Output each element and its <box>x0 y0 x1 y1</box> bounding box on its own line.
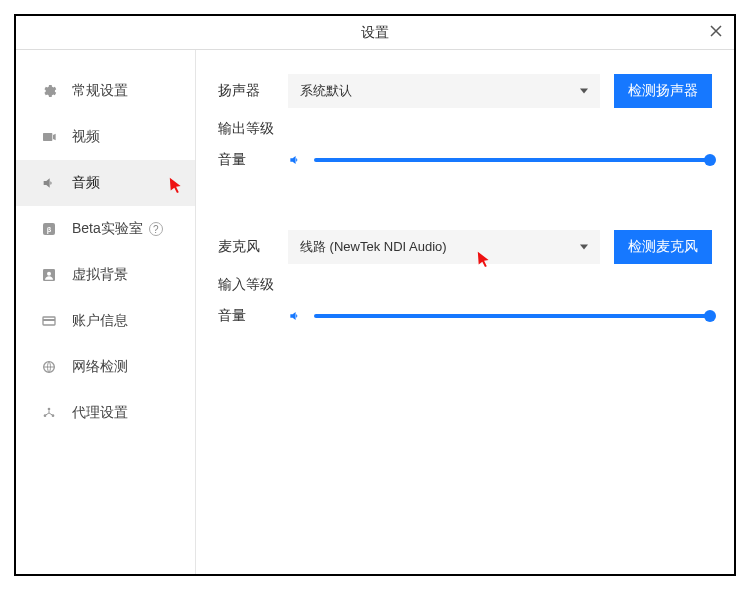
sidebar: 常规设置 视频 音频 β <box>16 50 196 574</box>
slider-thumb[interactable] <box>704 310 716 322</box>
camera-icon <box>40 128 58 146</box>
sidebar-item-beta[interactable]: β Beta实验室 ? <box>16 206 195 252</box>
card-icon <box>40 312 58 330</box>
close-icon <box>710 24 722 40</box>
svg-text:β: β <box>47 225 52 234</box>
speaker-volume-slider[interactable] <box>314 150 710 170</box>
mic-volume-label: 音量 <box>218 307 288 325</box>
sidebar-item-label: 音频 <box>72 174 100 192</box>
mic-select-value: 线路 (NewTek NDI Audio) <box>300 238 447 256</box>
sidebar-item-virtual-background[interactable]: 虚拟背景 <box>16 252 195 298</box>
sidebar-item-label: 账户信息 <box>72 312 128 330</box>
sidebar-item-network[interactable]: 网络检测 <box>16 344 195 390</box>
sidebar-item-proxy[interactable]: 代理设置 <box>16 390 195 436</box>
test-speaker-button[interactable]: 检测扬声器 <box>614 74 712 108</box>
svg-rect-5 <box>43 319 55 321</box>
sidebar-item-general[interactable]: 常规设置 <box>16 68 195 114</box>
slider-track <box>314 314 710 318</box>
speaker-volume-label: 音量 <box>218 151 288 169</box>
sidebar-item-label: 视频 <box>72 128 100 146</box>
slider-track <box>314 158 710 162</box>
help-icon[interactable]: ? <box>149 222 163 236</box>
nodes-icon <box>40 404 58 422</box>
sidebar-item-label: 常规设置 <box>72 82 128 100</box>
volume-icon <box>288 309 306 323</box>
window-title: 设置 <box>361 24 389 42</box>
speaker-label: 扬声器 <box>218 82 288 100</box>
sidebar-item-label: Beta实验室 <box>72 220 143 238</box>
gear-icon <box>40 82 58 100</box>
speaker-icon <box>40 174 58 192</box>
close-button[interactable] <box>706 22 726 42</box>
titlebar: 设置 <box>16 16 734 50</box>
chevron-down-icon <box>580 245 588 250</box>
sidebar-item-video[interactable]: 视频 <box>16 114 195 160</box>
sidebar-item-audio[interactable]: 音频 <box>16 160 195 206</box>
test-mic-button[interactable]: 检测麦克风 <box>614 230 712 264</box>
mic-volume-slider[interactable] <box>314 306 710 326</box>
sidebar-item-account[interactable]: 账户信息 <box>16 298 195 344</box>
globe-icon <box>40 358 58 376</box>
speaker-select-value: 系统默认 <box>300 82 352 100</box>
volume-icon <box>288 153 306 167</box>
sidebar-item-label: 代理设置 <box>72 404 128 422</box>
svg-point-7 <box>48 408 51 411</box>
speaker-select[interactable]: 系统默认 <box>288 74 600 108</box>
sidebar-item-label: 网络检测 <box>72 358 128 376</box>
slider-thumb[interactable] <box>704 154 716 166</box>
mic-select[interactable]: 线路 (NewTek NDI Audio) <box>288 230 600 264</box>
sidebar-item-label: 虚拟背景 <box>72 266 128 284</box>
main-panel: 扬声器 系统默认 检测扬声器 输出等级 音量 <box>196 50 734 574</box>
settings-window: 设置 常规设置 视频 <box>14 14 736 576</box>
chevron-down-icon <box>580 89 588 94</box>
mic-label: 麦克风 <box>218 238 288 256</box>
output-level-label: 输出等级 <box>218 120 288 138</box>
svg-point-3 <box>47 272 51 276</box>
beta-icon: β <box>40 220 58 238</box>
person-icon <box>40 266 58 284</box>
input-level-label: 输入等级 <box>218 276 288 294</box>
